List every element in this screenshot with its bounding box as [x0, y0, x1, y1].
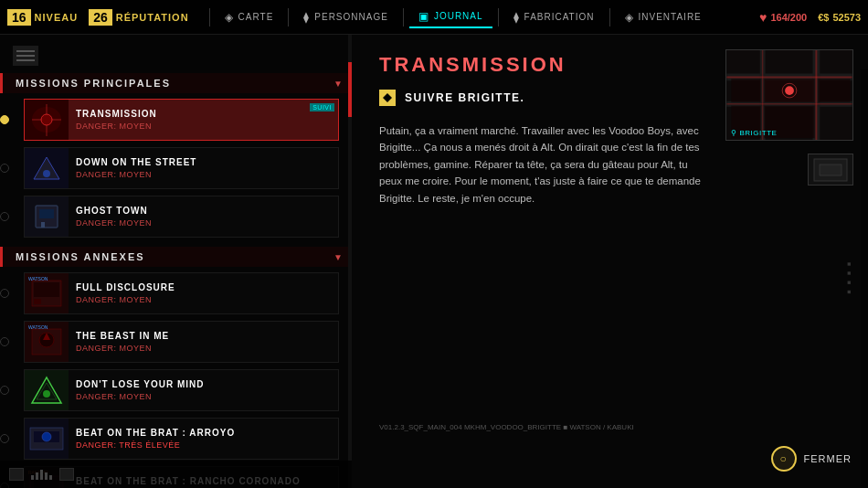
close-button[interactable]: ○ Fermer [771, 446, 852, 472]
svg-rect-54 [820, 164, 842, 175]
side-decoration: ■ ■ ■ ■ [861, 69, 868, 488]
nav-personnage[interactable]: ⧫ PERSONNAGE [294, 7, 397, 27]
nav-inventaire[interactable]: ◈ INVENTAIRE [616, 7, 711, 27]
level-number: 16 [7, 9, 31, 26]
health-display: ♥ 164/200 [759, 10, 807, 25]
svg-rect-48 [818, 79, 850, 101]
nav-carte[interactable]: ◈ CARTE [216, 7, 283, 27]
journal-icon: ▣ [418, 10, 429, 23]
svg-rect-1 [16, 55, 35, 57]
down-mission[interactable]: DOWN ON THE STREET DANGER: MOYEN [24, 147, 339, 189]
beast-danger: DANGER: MOYEN [76, 344, 331, 353]
hud-level: 16 NIVEAU [7, 9, 78, 26]
main-missions-title: MISSIONS PRINCIPALES [16, 78, 171, 89]
down-thumb [25, 148, 69, 188]
down-danger: DANGER: MOYEN [76, 170, 331, 179]
small-box-icon [812, 157, 849, 183]
signal-bars [31, 470, 52, 480]
transmission-thumb [25, 100, 69, 140]
inactive-dot-5 [0, 386, 9, 395]
arroyo-info: BEAT ON THE BRAT : ARROYO DANGER: TRÈS É… [69, 419, 338, 459]
currency-display: €$ 52573 [818, 12, 861, 23]
separator-5 [609, 8, 610, 27]
down-thumb-art [25, 148, 69, 188]
side-missions-arrow: ▼ [333, 252, 343, 262]
vertical-decoration-text: ■ ■ ■ ■ [846, 262, 852, 296]
svg-rect-14 [41, 222, 45, 228]
map-label: ⚲ BRIGITTE [731, 129, 777, 137]
thumb-svg [25, 100, 69, 140]
side-missions-header[interactable]: MISSIONS ANNEXES ▼ [0, 247, 352, 267]
dl-svg [25, 370, 69, 410]
inactive-dot-2 [0, 212, 9, 221]
inactive-dot-4 [0, 337, 9, 346]
transmission-danger: DANGER: MOYEN [76, 122, 331, 131]
arroyo-thumb [25, 419, 69, 459]
transmission-name: TRANSMISSION [76, 109, 331, 119]
dont-lose-item[interactable]: DON'T LOSE YOUR MIND DANGER: MOYEN [24, 369, 339, 411]
separator-4 [498, 8, 499, 27]
nav-journal[interactable]: ▣ JOURNAL [409, 6, 492, 28]
mission-full-disclosure[interactable]: WATSON FULL DISCLOSURE DANGER: MOYEN [0, 271, 352, 316]
dont-lose-name: DON'T LOSE YOUR MIND [76, 379, 331, 389]
inventaire-icon: ◈ [625, 11, 634, 24]
ghost-mission[interactable]: GHOST TOWN DANGER: MOYEN [24, 196, 339, 238]
top-icon [13, 46, 38, 66]
mission-item-down[interactable]: DOWN ON THE STREET DANGER: MOYEN [0, 145, 352, 191]
down-svg [25, 148, 69, 188]
ghost-info: GHOST TOWN DANGER: MOYEN [69, 196, 338, 237]
map-svg [726, 50, 852, 140]
mission-beast[interactable]: WATSON THE BEAST IN ME DANGER: MOYEN [0, 319, 352, 365]
transmission-mission[interactable]: TRANSMISSION DANGER: MOYEN SUIVI [24, 99, 339, 141]
mission-item-ghost[interactable]: GHOST TOWN DANGER: MOYEN [0, 194, 352, 239]
fd-info: FULL DISCLOSURE DANGER: MOYEN [69, 273, 338, 313]
svg-point-51 [785, 86, 794, 95]
personnage-label: PERSONNAGE [314, 12, 388, 22]
main-missions-arrow: ▼ [333, 79, 343, 89]
svg-rect-0 [16, 50, 35, 52]
bar-1 [31, 475, 34, 480]
health-icon: ♥ [759, 10, 767, 25]
arroyo-danger: DANGER: TRÈS ÉLEVÉE [76, 440, 331, 450]
map-thumbnail: ⚲ BRIGITTE [725, 49, 853, 141]
inventaire-label: INVENTAIRE [639, 12, 702, 22]
objective-text: SUIVRE BRIGITTE. [405, 91, 524, 104]
journal-label: JOURNAL [434, 11, 483, 21]
arroyo-svg [25, 419, 69, 459]
hud-reputation: 26 RÉPUTATION [89, 9, 188, 26]
down-info: DOWN ON THE STREET DANGER: MOYEN [69, 148, 338, 188]
active-dot [0, 115, 9, 124]
full-disclosure-item[interactable]: WATSON FULL DISCLOSURE DANGER: MOYEN [24, 272, 339, 314]
svg-rect-17 [34, 282, 59, 297]
nav-fabrication[interactable]: ⧫ FABRICATION [504, 7, 604, 27]
ghost-thumb [25, 196, 69, 237]
beast-svg: WATSON [25, 322, 69, 362]
ghost-name: GHOST TOWN [76, 206, 331, 216]
beast-info: THE BEAST IN ME DANGER: MOYEN [69, 322, 338, 362]
map-inner [726, 50, 852, 140]
side-missions-section: MISSIONS ANNEXES ▼ WATSON [0, 247, 352, 488]
level-label: NIVEAU [35, 12, 79, 23]
fd-danger: DANGER: MOYEN [76, 295, 331, 304]
objective-icon-inner [383, 93, 392, 102]
thumb-art [25, 100, 69, 140]
main-missions-header[interactable]: MISSIONS PRINCIPALES ▼ [0, 73, 352, 93]
map-label-icon: ⚲ [731, 129, 737, 137]
separator-3 [403, 8, 404, 27]
close-circle-icon: ○ [771, 446, 797, 472]
side-missions-title: MISSIONS ANNEXES [16, 251, 145, 262]
mission-item-transmission[interactable]: TRANSMISSION DANGER: MOYEN SUIVI [0, 97, 352, 143]
hud-right: ♥ 164/200 €$ 52573 [759, 10, 861, 25]
beast-thumb: WATSON [25, 322, 69, 362]
beast-name: THE BEAST IN ME [76, 331, 331, 341]
mission-beat-arroyo[interactable]: BEAT ON THE BRAT : ARROYO DANGER: TRÈS É… [0, 416, 352, 461]
svg-text:WATSON: WATSON [28, 276, 48, 281]
dont-lose-thumb [25, 370, 69, 410]
map-label-text: BRIGITTE [740, 129, 778, 137]
arroyo-item[interactable]: BEAT ON THE BRAT : ARROYO DANGER: TRÈS É… [24, 418, 339, 460]
mission-dont-lose[interactable]: DON'T LOSE YOUR MIND DANGER: MOYEN [0, 367, 352, 413]
health-value: 164/200 [770, 12, 807, 23]
beast-item[interactable]: WATSON THE BEAST IN ME DANGER: MOYEN [24, 321, 339, 363]
rep-label: RÉPUTATION [116, 12, 189, 23]
transmission-badge: SUIVI [310, 103, 334, 111]
